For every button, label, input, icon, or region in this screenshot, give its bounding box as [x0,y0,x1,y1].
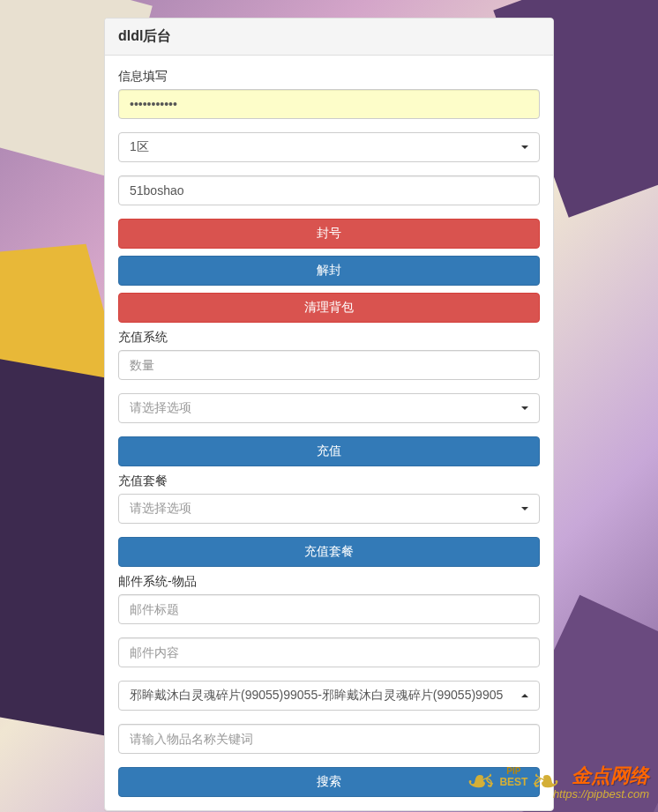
region-select[interactable]: 1区 [118,132,540,162]
recharge-option-value: 请选择选项 [130,400,191,416]
password-input[interactable] [118,89,540,119]
panel-body: 信息填写 1区 封号 解封 清理背包 充值系统 [105,56,553,810]
package-option-value: 请选择选项 [130,501,191,517]
package-label: 充值套餐 [118,473,540,489]
clear-bag-button[interactable]: 清理背包 [118,293,540,323]
recharge-option-group: 请选择选项 [118,393,540,423]
recharge-option-select[interactable]: 请选择选项 [118,393,540,423]
username-group [118,175,540,205]
search-group [118,724,540,754]
watermark-brand-cn: 金点网络 [572,764,649,786]
region-select-value: 1区 [130,139,149,155]
package-section: 充值套餐 请选择选项 [118,473,540,524]
recharge-section: 充值系统 [118,330,540,380]
chevron-down-icon [521,406,528,410]
info-section: 信息填写 [118,69,540,119]
region-select-group: 1区 [118,132,540,162]
mail-content-input[interactable] [118,637,540,667]
ban-button[interactable]: 封号 [118,219,540,249]
username-input[interactable] [118,175,540,205]
mail-section: 邮件系统-物品 [118,574,540,624]
mail-title-input[interactable] [118,594,540,624]
package-option-select[interactable]: 请选择选项 [118,494,540,524]
search-input[interactable] [118,724,540,754]
mail-label: 邮件系统-物品 [118,574,540,590]
chevron-up-icon [521,694,528,697]
laurel-icon: ❧ [531,759,549,803]
chevron-down-icon [521,507,528,510]
chevron-down-icon [521,145,528,149]
mail-item-value: 邪眸戴沐白灵魂碎片(99055)99055-邪眸戴沐白灵魂碎片(99055)99… [130,688,503,704]
watermark-brand: 金点网络 https://pipbest.com [553,763,649,801]
package-button[interactable]: 充值套餐 [118,537,540,567]
recharge-label: 充值系统 [118,330,540,346]
mail-item-group: 邪眸戴沐白灵魂碎片(99055)99055-邪眸戴沐白灵魂碎片(99055)99… [118,681,540,711]
recharge-button[interactable]: 充值 [118,436,540,466]
mail-content-group [118,637,540,667]
laurel-icon: ❧ [478,759,496,803]
admin-panel: dldl后台 信息填写 1区 封号 解封 清理背包 充值系统 [104,18,554,811]
panel-title: dldl后台 [105,19,553,56]
unban-button[interactable]: 解封 [118,256,540,286]
watermark-logo: ❧ PIP BEST ❧ [482,759,544,803]
mail-item-select[interactable]: 邪眸戴沐白灵魂碎片(99055)99055-邪眸戴沐白灵魂碎片(99055)99… [118,681,540,711]
watermark: ❧ PIP BEST ❧ 金点网络 https://pipbest.com [482,759,649,803]
info-label: 信息填写 [118,69,540,85]
quantity-input[interactable] [118,350,540,380]
watermark-url: https://pipbest.com [553,787,649,801]
